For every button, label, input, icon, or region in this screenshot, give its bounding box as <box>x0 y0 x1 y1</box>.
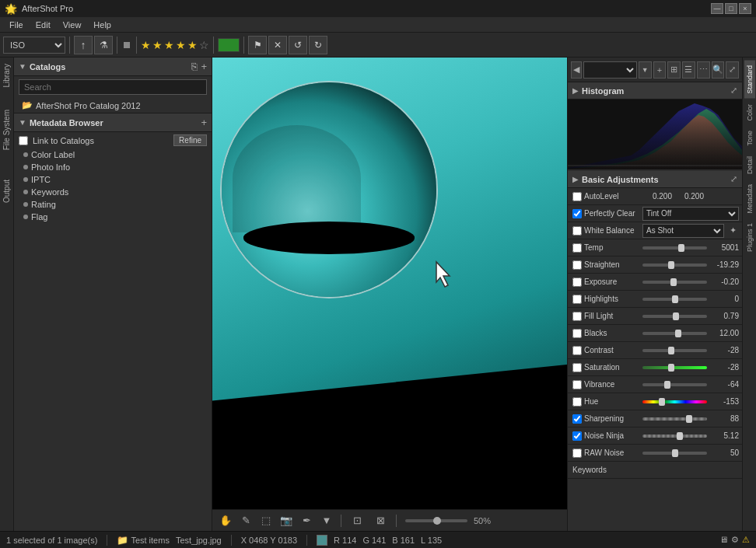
menu-file[interactable]: File <box>3 17 30 33</box>
layer-selector[interactable]: Main Layer <box>583 61 637 79</box>
star-2[interactable]: ★ <box>152 39 163 51</box>
rotate-right-button[interactable]: ↻ <box>309 36 327 54</box>
iso-select[interactable]: ISO <box>3 37 65 54</box>
hue-slider-thumb[interactable] <box>659 398 665 406</box>
zoom-to-fit-button[interactable]: ⊠ <box>370 512 390 529</box>
vibrance-slider-thumb[interactable] <box>664 381 670 389</box>
vtab-tone[interactable]: Tone <box>744 126 755 151</box>
metadata-header[interactable]: ▼ Metadata Browser + <box>14 113 212 132</box>
color-label-green[interactable] <box>218 38 240 52</box>
blacks-slider-thumb[interactable] <box>675 330 681 337</box>
close-button[interactable]: × <box>739 3 751 14</box>
image-area[interactable] <box>212 58 567 509</box>
layer-expand-button[interactable]: ⤢ <box>726 61 739 79</box>
settings-icon[interactable]: ⚙ <box>731 535 739 545</box>
raw-noise-slider-thumb[interactable] <box>672 449 678 457</box>
metadata-add-icon[interactable]: + <box>201 117 207 128</box>
right-back-button[interactable]: ◀ <box>571 61 582 79</box>
filesystem-tab[interactable]: File System <box>1 106 12 153</box>
menu-view[interactable]: View <box>57 17 88 33</box>
vtab-color[interactable]: Color <box>744 99 755 126</box>
catalog-item[interactable]: 📂 AfterShot Pro Catalog 2012 <box>14 98 212 113</box>
refine-button[interactable]: Refine <box>173 134 207 146</box>
pan-tool[interactable]: ✋ <box>217 512 234 529</box>
fit-to-screen-button[interactable]: ⊡ <box>347 512 367 529</box>
exposure-slider[interactable] <box>642 281 707 284</box>
highlights-checkbox[interactable] <box>572 295 582 304</box>
link-catalogs-checkbox[interactable] <box>19 136 28 145</box>
basic-adj-expand-icon[interactable]: ⤢ <box>730 174 737 184</box>
catalogs-header[interactable]: ▼ Catalogs ⎘ + <box>14 58 212 76</box>
vtab-detail[interactable]: Detail <box>744 152 755 179</box>
minimize-button[interactable]: — <box>711 3 723 14</box>
meta-item-keywords[interactable]: Keywords <box>14 186 212 198</box>
histogram-expand-icon[interactable]: ⤢ <box>730 86 737 96</box>
contrast-checkbox[interactable] <box>572 346 582 355</box>
meta-item-flag[interactable]: Flag <box>14 211 212 223</box>
contrast-slider[interactable] <box>642 349 707 352</box>
monitor-icon[interactable]: 🖥 <box>719 535 728 545</box>
autolevel-checkbox[interactable] <box>572 192 582 201</box>
meta-item-iptc[interactable]: IPTC <box>14 173 212 186</box>
layer-dots-button[interactable]: ⋯ <box>697 61 710 79</box>
white-balance-dropdown[interactable]: As Shot <box>642 224 724 238</box>
saturation-checkbox[interactable] <box>572 363 582 372</box>
vibrance-checkbox[interactable] <box>572 380 582 389</box>
catalogs-add-icon[interactable]: + <box>201 61 207 72</box>
temp-slider-thumb[interactable] <box>678 244 684 252</box>
reject-button[interactable]: ✕ <box>268 36 287 54</box>
edit-tool[interactable]: ✎ <box>237 512 254 529</box>
meta-item-rating[interactable]: Rating <box>14 198 212 211</box>
star-1[interactable]: ★ <box>141 39 151 51</box>
menu-help[interactable]: Help <box>87 17 117 33</box>
straighten-slider-thumb[interactable] <box>668 261 674 269</box>
perfectly-clear-dropdown[interactable]: Tint Off <box>642 207 739 221</box>
star-6[interactable]: ☆ <box>199 39 209 51</box>
vibrance-slider[interactable] <box>642 383 707 386</box>
autolevel-value2[interactable]: 0.200 <box>674 192 704 201</box>
catalogs-copy-icon[interactable]: ⎘ <box>191 61 198 72</box>
hue-checkbox[interactable] <box>572 397 582 407</box>
meta-item-photo-info[interactable]: Photo Info <box>14 161 212 173</box>
blacks-slider[interactable] <box>642 332 707 335</box>
raw-noise-checkbox[interactable] <box>572 449 582 458</box>
highlights-slider[interactable] <box>642 298 707 301</box>
noise-ninja-checkbox[interactable] <box>572 431 582 441</box>
white-balance-checkbox[interactable] <box>572 226 582 236</box>
white-balance-eyedropper-icon[interactable]: ✦ <box>726 225 739 237</box>
saturation-slider[interactable] <box>642 366 707 369</box>
layer-add-button[interactable]: + <box>653 61 667 79</box>
draw-tool[interactable]: ✒ <box>298 512 315 529</box>
temp-slider[interactable] <box>642 246 707 250</box>
fill-light-slider[interactable] <box>642 315 707 318</box>
layer-zoom-button[interactable]: 🔍 <box>712 61 725 79</box>
sharpening-slider-thumb[interactable] <box>686 415 692 423</box>
raw-noise-slider[interactable] <box>642 452 707 455</box>
layer-dropdown-arrow[interactable]: ▼ <box>639 61 652 79</box>
zoom-slider-container[interactable] <box>405 519 467 522</box>
star-3[interactable]: ★ <box>164 39 174 51</box>
saturation-slider-thumb[interactable] <box>668 364 674 372</box>
basic-adjustments-header[interactable]: ▶ Basic Adjustments ⤢ <box>568 171 742 188</box>
noise-ninja-slider[interactable] <box>642 435 707 438</box>
exposure-slider-thumb[interactable] <box>670 278 677 286</box>
star-4[interactable]: ★ <box>176 39 186 51</box>
zoom-slider-thumb[interactable] <box>433 517 441 525</box>
straighten-slider[interactable] <box>642 264 707 267</box>
search-input[interactable] <box>19 79 207 95</box>
menu-edit[interactable]: Edit <box>30 17 57 33</box>
fill-light-slider-thumb[interactable] <box>673 312 679 320</box>
rotate-left-button[interactable]: ↺ <box>289 36 307 54</box>
hue-slider[interactable] <box>642 400 707 403</box>
output-tab[interactable]: Output <box>1 176 12 206</box>
flag-button[interactable]: ⚑ <box>248 36 267 54</box>
exposure-checkbox[interactable] <box>572 277 582 287</box>
straighten-checkbox[interactable] <box>572 260 582 270</box>
autolevel-value1[interactable]: 0.200 <box>642 192 672 201</box>
library-tab[interactable]: Library <box>1 61 12 91</box>
layer-list-button[interactable]: ☰ <box>682 61 695 79</box>
blacks-checkbox[interactable] <box>572 329 582 338</box>
crop-tool[interactable]: ⬚ <box>257 512 275 529</box>
temp-checkbox[interactable] <box>572 243 582 253</box>
histogram-header[interactable]: ▶ Histogram ⤢ <box>568 82 742 99</box>
